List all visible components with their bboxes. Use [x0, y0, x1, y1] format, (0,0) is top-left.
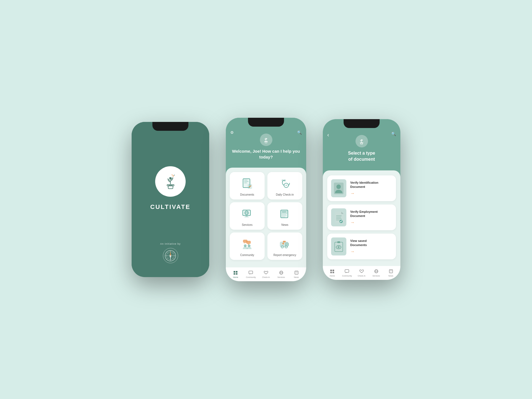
phone-document: ‹ 🔍 Select a typeof document — [323, 119, 400, 280]
splash-screen: CULTIVATE An initiative by — [132, 122, 209, 277]
nav-community-icon — [249, 271, 253, 276]
doc-nav-home[interactable]: Home — [327, 269, 338, 277]
doc-screen-title: Select a typeof document — [348, 150, 375, 162]
svg-rect-56 — [283, 241, 286, 242]
nav-services-label: Services — [277, 276, 285, 278]
search-icon[interactable]: 🔍 — [297, 130, 302, 135]
svg-point-55 — [286, 246, 287, 247]
nav-home-label: Home — [233, 276, 238, 278]
svg-point-74 — [336, 185, 341, 189]
svg-point-84 — [338, 247, 339, 248]
doc-card-verify-id[interactable]: Verify IdentificationDocument → — [327, 175, 396, 201]
header-icons: ⚙ 🔍 — [226, 130, 306, 135]
notch-home — [248, 118, 284, 127]
doc-nav-services[interactable]: Services — [371, 269, 382, 277]
doc-search-icon[interactable]: 🔍 — [391, 132, 396, 138]
doc-card-verify-employment[interactable]: Verify EmploymentDocument → — [327, 204, 396, 230]
svg-rect-95 — [390, 270, 392, 271]
svg-rect-66 — [295, 271, 298, 274]
doc-nav-checkin-label: Check-In — [358, 275, 365, 277]
menu-card-services[interactable]: Services — [230, 202, 265, 230]
svg-point-24 — [285, 185, 287, 186]
svg-rect-94 — [389, 270, 393, 273]
menu-grid-area: Documents — [226, 168, 306, 267]
doc-nav-news[interactable]: News — [385, 269, 397, 277]
documents-label: Documents — [240, 193, 254, 196]
svg-marker-14 — [170, 256, 171, 260]
settings-icon[interactable]: ⚙ — [230, 130, 234, 135]
svg-point-25 — [282, 180, 283, 181]
svg-rect-39 — [281, 217, 285, 217]
menu-card-emergency[interactable]: Report emergency — [267, 232, 302, 260]
view-saved-title: View savedDocuments — [350, 239, 392, 247]
verify-employment-arrow: → — [350, 220, 392, 225]
nav-checkin[interactable]: Check-In — [260, 271, 272, 278]
svg-marker-41 — [244, 243, 246, 244]
doc-nav-checkin[interactable]: Check-In — [356, 269, 367, 277]
svg-rect-57 — [234, 271, 235, 273]
doc-nav-services-icon — [374, 269, 378, 274]
doc-header-icons: ‹ 🔍 — [323, 132, 400, 138]
nav-community[interactable]: Community — [245, 271, 256, 278]
svg-point-4 — [172, 174, 172, 175]
verify-id-content: Verify IdentificationDocument → — [350, 181, 392, 196]
svg-rect-32 — [244, 217, 249, 217]
menu-card-news[interactable]: NEWS News — [267, 202, 302, 230]
svg-point-53 — [282, 246, 283, 247]
doc-nav-community-label: Community — [342, 275, 352, 277]
svg-rect-68 — [295, 273, 298, 273]
doc-card-view-saved[interactable]: View savedDocuments → — [327, 234, 396, 259]
nav-services-icon — [279, 271, 283, 276]
svg-rect-20 — [244, 181, 249, 182]
nav-news-icon — [294, 271, 299, 276]
emergency-icon — [278, 237, 292, 251]
community-label: Community — [240, 254, 254, 257]
menu-card-community[interactable]: Community — [230, 232, 265, 260]
notch-splash — [152, 122, 188, 131]
org-logo — [163, 248, 178, 263]
svg-rect-96 — [390, 272, 392, 272]
svg-rect-49 — [287, 244, 287, 245]
svg-rect-86 — [332, 270, 334, 271]
nav-home-icon — [233, 271, 238, 276]
svg-rect-37 — [281, 214, 286, 215]
svg-rect-59 — [234, 273, 235, 275]
nav-news[interactable]: News — [291, 271, 302, 278]
svg-rect-58 — [236, 271, 237, 273]
initiative-label: An initiative by — [160, 242, 181, 245]
nav-checkin-label: Check-In — [262, 276, 270, 278]
view-saved-arrow: → — [350, 249, 392, 254]
back-icon[interactable]: ‹ — [327, 132, 329, 138]
doc-screen: ‹ 🔍 Select a typeof document — [323, 119, 400, 280]
svg-rect-69 — [295, 273, 297, 274]
nav-services[interactable]: Services — [276, 271, 287, 278]
view-saved-content: View savedDocuments → — [350, 239, 392, 254]
doc-nav-services-label: Services — [372, 275, 380, 277]
doc-nav-home-icon — [330, 269, 334, 274]
doc-nav-community-icon — [345, 269, 349, 274]
menu-card-checkin[interactable]: Daily Check-in — [267, 172, 302, 200]
svg-rect-60 — [236, 273, 237, 275]
news-icon: NEWS — [278, 207, 292, 221]
emergency-label: Report emergency — [273, 254, 296, 257]
compass-svg — [165, 250, 176, 262]
verify-employment-img — [331, 208, 346, 226]
nav-community-label: Community — [246, 276, 255, 278]
svg-rect-42 — [246, 241, 251, 244]
nav-news-label: News — [294, 276, 299, 278]
verify-employment-content: Verify EmploymentDocument → — [350, 210, 392, 225]
svg-rect-87 — [330, 272, 332, 273]
bottom-nav-home: Home Community Check-In — [226, 267, 306, 281]
svg-rect-88 — [332, 272, 334, 273]
welcome-text: Welcome, Joe! How can I help you today? — [230, 148, 302, 160]
svg-text:NEWS: NEWS — [282, 211, 287, 213]
svg-rect-67 — [295, 272, 298, 272]
svg-rect-75 — [336, 216, 342, 216]
checkin-icon — [278, 177, 292, 190]
menu-card-documents[interactable]: Documents — [230, 172, 265, 200]
nav-home[interactable]: Home — [230, 271, 241, 278]
doc-nav-news-icon — [389, 269, 393, 274]
verify-id-img — [331, 179, 346, 197]
verify-id-arrow: → — [350, 191, 392, 196]
doc-nav-community[interactable]: Community — [341, 269, 352, 277]
